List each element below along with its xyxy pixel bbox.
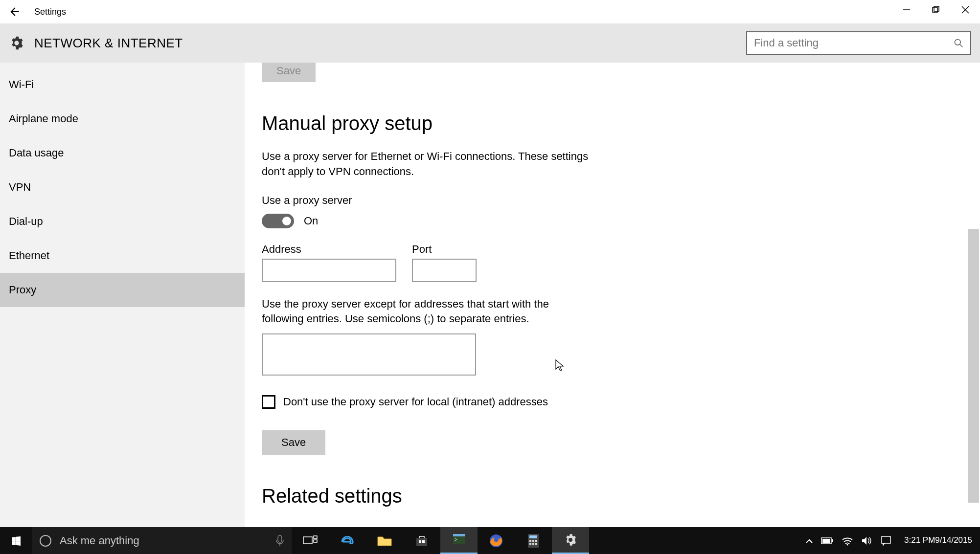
exceptions-input[interactable] — [262, 333, 476, 376]
sidebar-item-label: Dial-up — [9, 215, 43, 227]
windows-icon — [10, 535, 22, 547]
terminal-icon: >_ — [452, 532, 466, 547]
svg-rect-30 — [882, 536, 890, 543]
cursor-icon — [555, 359, 565, 372]
taskbar-app-firefox[interactable] — [478, 527, 515, 554]
tray-time: 3:21 PM — [904, 535, 935, 545]
use-proxy-label: Use a proxy server — [262, 194, 980, 207]
tray-volume[interactable] — [861, 536, 873, 546]
svg-rect-21 — [532, 540, 534, 542]
tray-show-hidden[interactable] — [805, 538, 813, 544]
tray-date: 9/14/2015 — [935, 535, 972, 545]
sidebar-item-ethernet[interactable]: Ethernet — [0, 239, 245, 273]
taskbar-app-putty[interactable]: >_ — [440, 527, 478, 554]
search-input[interactable] — [754, 37, 954, 49]
titlebar: Settings — [0, 0, 980, 23]
related-settings-title: Related settings — [262, 485, 980, 507]
sidebar-item-label: Ethernet — [9, 249, 49, 262]
svg-line-6 — [960, 44, 963, 47]
sidebar-item-label: Proxy — [9, 284, 36, 296]
cortana-placeholder: Ask me anything — [60, 534, 139, 547]
use-proxy-toggle[interactable] — [262, 214, 294, 228]
minimize-icon — [903, 6, 911, 14]
edge-icon — [340, 533, 355, 549]
minimize-button[interactable] — [892, 0, 921, 20]
sidebar-item-label: VPN — [9, 181, 31, 193]
sidebar-item-label: Wi-Fi — [9, 78, 34, 90]
firefox-icon — [488, 533, 504, 549]
sidebar-item-wifi[interactable]: Wi-Fi — [0, 67, 245, 102]
microphone-icon — [275, 534, 285, 547]
svg-rect-28 — [822, 539, 830, 543]
task-view-button[interactable] — [292, 527, 329, 554]
sidebar-item-label: Data usage — [9, 147, 64, 159]
svg-rect-20 — [529, 540, 531, 542]
tray-battery[interactable] — [821, 537, 834, 545]
address-input[interactable] — [262, 259, 396, 282]
back-button[interactable] — [0, 0, 29, 23]
svg-point-5 — [955, 40, 961, 45]
svg-rect-15 — [453, 534, 465, 536]
scrollbar-thumb[interactable] — [968, 229, 979, 503]
battery-icon — [821, 537, 834, 545]
notifications-icon — [881, 535, 891, 546]
store-icon — [414, 533, 429, 548]
taskbar-app-edge[interactable] — [329, 527, 366, 554]
maximize-icon — [932, 6, 940, 14]
calculator-icon — [526, 533, 540, 549]
svg-rect-25 — [535, 543, 537, 545]
save-button-disabled: Save — [262, 63, 316, 82]
port-label: Port — [412, 243, 477, 256]
close-button[interactable] — [951, 0, 980, 20]
wifi-icon — [842, 536, 853, 546]
local-bypass-checkbox[interactable] — [262, 395, 275, 409]
svg-rect-24 — [532, 543, 534, 545]
tray-wifi[interactable] — [842, 536, 853, 546]
page-title: NETWORK & INTERNET — [34, 36, 183, 51]
search-box[interactable] — [746, 31, 971, 55]
sidebar-item-airplane[interactable]: Airplane mode — [0, 102, 245, 136]
exceptions-description: Use the proxy server except for addresse… — [262, 297, 575, 327]
taskbar-app-store[interactable] — [403, 527, 440, 554]
start-button[interactable] — [0, 527, 32, 554]
speaker-icon — [861, 536, 873, 546]
tray-notifications[interactable] — [881, 535, 891, 546]
taskbar-app-settings[interactable] — [552, 527, 589, 554]
cortana-icon — [39, 534, 52, 547]
port-input[interactable] — [412, 259, 477, 282]
svg-rect-11 — [314, 540, 317, 542]
header: NETWORK & INTERNET — [0, 23, 980, 63]
maximize-button[interactable] — [921, 0, 951, 20]
cortana-search[interactable]: Ask me anything — [32, 527, 292, 554]
svg-rect-27 — [832, 539, 833, 542]
svg-rect-19 — [529, 535, 537, 538]
svg-rect-23 — [529, 543, 531, 545]
chevron-up-icon — [805, 538, 813, 544]
taskbar-app-explorer[interactable] — [366, 527, 403, 554]
sidebar: Wi-Fi Airplane mode Data usage VPN Dial-… — [0, 63, 245, 527]
svg-rect-12 — [419, 540, 421, 543]
sidebar-item-label: Airplane mode — [9, 112, 78, 125]
titlebar-title: Settings — [34, 7, 66, 17]
close-icon — [961, 6, 969, 14]
main-content: Save Manual proxy setup Use a proxy serv… — [245, 63, 980, 527]
back-arrow-icon — [8, 5, 21, 18]
svg-rect-13 — [422, 540, 425, 543]
svg-point-29 — [847, 544, 848, 545]
svg-point-7 — [40, 535, 51, 546]
svg-rect-10 — [314, 536, 317, 538]
task-view-icon — [303, 535, 318, 547]
tray-clock[interactable]: 3:21 PM 9/14/2015 — [899, 535, 977, 545]
save-button[interactable]: Save — [262, 430, 325, 455]
sidebar-item-proxy[interactable]: Proxy — [0, 273, 245, 307]
svg-rect-9 — [303, 537, 312, 544]
taskbar: Ask me anything >_ 3:21 PM 9/14/2015 — [0, 527, 980, 554]
search-icon — [954, 38, 963, 48]
sidebar-item-vpn[interactable]: VPN — [0, 170, 245, 204]
address-label: Address — [262, 243, 396, 256]
sidebar-item-data-usage[interactable]: Data usage — [0, 136, 245, 170]
section-title: Manual proxy setup — [262, 112, 980, 134]
section-description: Use a proxy server for Ethernet or Wi-Fi… — [262, 149, 604, 179]
sidebar-item-dialup[interactable]: Dial-up — [0, 204, 245, 239]
taskbar-app-calculator[interactable] — [515, 527, 552, 554]
